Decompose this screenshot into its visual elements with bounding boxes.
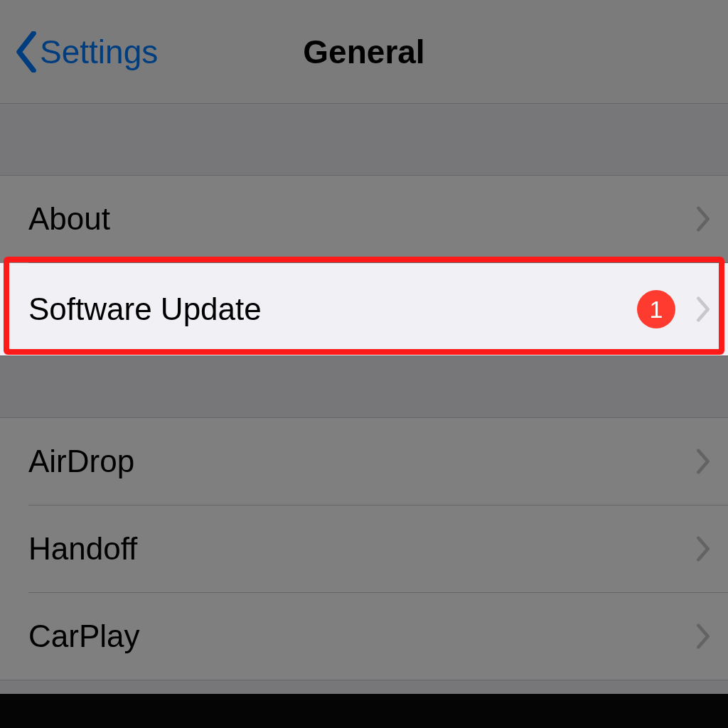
chevron-right-icon <box>695 535 711 562</box>
row-carplay[interactable]: CarPlay <box>0 593 728 680</box>
page-title: General <box>0 33 728 71</box>
notification-badge: 1 <box>637 290 675 328</box>
chevron-right-icon <box>695 448 711 475</box>
row-airdrop[interactable]: AirDrop <box>0 418 728 505</box>
chevron-right-icon <box>695 296 711 323</box>
row-label-airdrop: AirDrop <box>28 444 695 479</box>
row-label-software-update: Software Update <box>28 291 637 327</box>
nav-bar: Settings General <box>0 0 728 104</box>
bottom-strip <box>0 694 728 728</box>
row-about[interactable]: About <box>0 176 728 262</box>
row-handoff[interactable]: Handoff <box>0 505 728 592</box>
section-continuity: AirDrop Handoff CarPlay <box>0 417 728 680</box>
section-device: About Software Update 1 <box>0 175 728 356</box>
chevron-right-icon <box>695 623 711 650</box>
row-label-carplay: CarPlay <box>28 619 695 654</box>
group-gap <box>0 104 728 175</box>
row-software-update[interactable]: Software Update 1 <box>0 263 728 355</box>
settings-general-screen: Settings General About Software Update 1 <box>0 0 728 728</box>
row-label-handoff: Handoff <box>28 531 695 567</box>
chevron-right-icon <box>695 205 711 232</box>
row-label-about: About <box>28 201 695 237</box>
group-gap <box>0 356 728 417</box>
